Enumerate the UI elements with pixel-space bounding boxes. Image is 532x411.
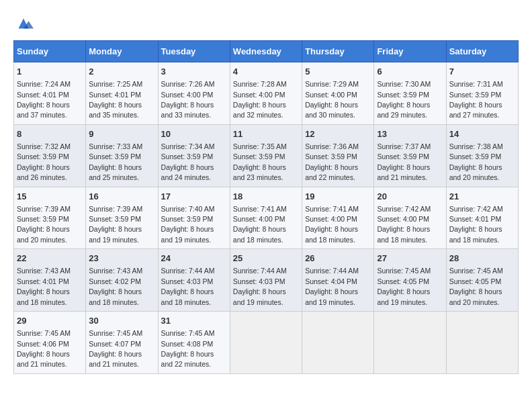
calendar-cell: 2 Sunrise: 7:25 AMSunset: 4:01 PMDayligh… (86, 62, 158, 125)
day-info: Sunrise: 7:44 AMSunset: 4:04 PMDaylight:… (305, 267, 359, 306)
day-info: Sunrise: 7:39 AMSunset: 3:59 PMDaylight:… (89, 205, 142, 244)
column-header-thursday: Thursday (302, 41, 374, 62)
calendar-cell: 18 Sunrise: 7:41 AMSunset: 4:00 PMDaylig… (230, 187, 302, 249)
day-info: Sunrise: 7:44 AMSunset: 4:03 PMDaylight:… (233, 267, 287, 306)
day-number: 20 (377, 191, 443, 203)
calendar-cell: 29 Sunrise: 7:45 AMSunset: 4:06 PMDaylig… (14, 312, 86, 374)
calendar-week-row: 15 Sunrise: 7:39 AMSunset: 3:59 PMDaylig… (14, 187, 519, 249)
calendar-cell: 26 Sunrise: 7:44 AMSunset: 4:04 PMDaylig… (302, 249, 374, 312)
day-info: Sunrise: 7:36 AMSunset: 3:59 PMDaylight:… (305, 142, 359, 181)
calendar-cell: 25 Sunrise: 7:44 AMSunset: 4:03 PMDaylig… (230, 249, 302, 312)
day-number: 14 (449, 128, 515, 140)
calendar-cell: 3 Sunrise: 7:26 AMSunset: 4:00 PMDayligh… (158, 62, 230, 125)
page-header (13, 13, 519, 34)
day-number: 27 (377, 253, 443, 265)
day-info: Sunrise: 7:40 AMSunset: 3:59 PMDaylight:… (161, 205, 215, 244)
day-info: Sunrise: 7:32 AMSunset: 3:59 PMDaylight:… (17, 142, 71, 181)
day-number: 8 (17, 128, 83, 140)
day-info: Sunrise: 7:37 AMSunset: 3:59 PMDaylight:… (377, 142, 431, 181)
calendar-cell: 20 Sunrise: 7:42 AMSunset: 4:00 PMDaylig… (374, 187, 446, 249)
calendar-cell: 5 Sunrise: 7:29 AMSunset: 4:00 PMDayligh… (302, 62, 374, 125)
day-number: 29 (17, 315, 83, 327)
calendar-table: SundayMondayTuesdayWednesdayThursdayFrid… (13, 40, 519, 374)
day-number: 15 (17, 191, 83, 203)
calendar-cell (446, 312, 518, 374)
day-info: Sunrise: 7:34 AMSunset: 3:59 PMDaylight:… (161, 142, 215, 181)
day-info: Sunrise: 7:30 AMSunset: 3:59 PMDaylight:… (377, 80, 431, 119)
day-info: Sunrise: 7:26 AMSunset: 4:00 PMDaylight:… (161, 80, 215, 119)
column-header-sunday: Sunday (14, 41, 86, 62)
day-number: 24 (161, 253, 227, 265)
day-info: Sunrise: 7:45 AMSunset: 4:05 PMDaylight:… (377, 267, 431, 306)
day-number: 16 (89, 191, 154, 203)
day-info: Sunrise: 7:45 AMSunset: 4:06 PMDaylight:… (17, 329, 71, 368)
day-info: Sunrise: 7:28 AMSunset: 4:00 PMDaylight:… (233, 80, 287, 119)
day-number: 23 (89, 253, 154, 265)
calendar-cell: 15 Sunrise: 7:39 AMSunset: 3:59 PMDaylig… (14, 187, 86, 249)
day-info: Sunrise: 7:25 AMSunset: 4:01 PMDaylight:… (89, 80, 142, 119)
day-number: 2 (89, 66, 154, 78)
calendar-cell: 30 Sunrise: 7:45 AMSunset: 4:07 PMDaylig… (86, 312, 158, 374)
day-info: Sunrise: 7:38 AMSunset: 3:59 PMDaylight:… (449, 142, 503, 181)
calendar-cell: 11 Sunrise: 7:35 AMSunset: 3:59 PMDaylig… (230, 124, 302, 187)
day-number: 12 (305, 128, 371, 140)
day-number: 19 (305, 191, 371, 203)
calendar-cell (374, 312, 446, 374)
day-number: 1 (17, 66, 83, 78)
day-number: 7 (449, 66, 515, 78)
calendar-cell: 16 Sunrise: 7:39 AMSunset: 3:59 PMDaylig… (86, 187, 158, 249)
calendar-cell: 1 Sunrise: 7:24 AMSunset: 4:01 PMDayligh… (14, 62, 86, 125)
day-number: 4 (233, 66, 299, 78)
day-info: Sunrise: 7:45 AMSunset: 4:05 PMDaylight:… (449, 267, 503, 306)
day-number: 22 (17, 253, 83, 265)
calendar-cell: 13 Sunrise: 7:37 AMSunset: 3:59 PMDaylig… (374, 124, 446, 187)
day-info: Sunrise: 7:33 AMSunset: 3:59 PMDaylight:… (89, 142, 142, 181)
day-number: 25 (233, 253, 299, 265)
calendar-cell: 28 Sunrise: 7:45 AMSunset: 4:05 PMDaylig… (446, 249, 518, 312)
calendar-cell: 27 Sunrise: 7:45 AMSunset: 4:05 PMDaylig… (374, 249, 446, 312)
day-info: Sunrise: 7:31 AMSunset: 3:59 PMDaylight:… (449, 80, 503, 119)
day-number: 18 (233, 191, 299, 203)
calendar-cell: 12 Sunrise: 7:36 AMSunset: 3:59 PMDaylig… (302, 124, 374, 187)
calendar-cell: 6 Sunrise: 7:30 AMSunset: 3:59 PMDayligh… (374, 62, 446, 125)
day-number: 5 (305, 66, 371, 78)
calendar-cell (302, 312, 374, 374)
calendar-cell: 4 Sunrise: 7:28 AMSunset: 4:00 PMDayligh… (230, 62, 302, 125)
calendar-week-row: 8 Sunrise: 7:32 AMSunset: 3:59 PMDayligh… (14, 124, 519, 187)
day-info: Sunrise: 7:42 AMSunset: 4:00 PMDaylight:… (377, 205, 431, 244)
calendar-cell: 23 Sunrise: 7:43 AMSunset: 4:02 PMDaylig… (86, 249, 158, 312)
day-number: 13 (377, 128, 443, 140)
day-number: 3 (161, 66, 227, 78)
calendar-cell: 14 Sunrise: 7:38 AMSunset: 3:59 PMDaylig… (446, 124, 518, 187)
day-number: 30 (89, 315, 154, 327)
column-header-wednesday: Wednesday (230, 41, 302, 62)
calendar-cell: 7 Sunrise: 7:31 AMSunset: 3:59 PMDayligh… (446, 62, 518, 125)
day-info: Sunrise: 7:43 AMSunset: 4:01 PMDaylight:… (17, 267, 71, 306)
day-number: 10 (161, 128, 227, 140)
day-info: Sunrise: 7:45 AMSunset: 4:08 PMDaylight:… (161, 329, 215, 368)
day-info: Sunrise: 7:42 AMSunset: 4:01 PMDaylight:… (449, 205, 503, 244)
calendar-cell: 17 Sunrise: 7:40 AMSunset: 3:59 PMDaylig… (158, 187, 230, 249)
calendar-cell: 9 Sunrise: 7:33 AMSunset: 3:59 PMDayligh… (86, 124, 158, 187)
column-header-monday: Monday (86, 41, 158, 62)
column-header-tuesday: Tuesday (158, 41, 230, 62)
calendar-week-row: 1 Sunrise: 7:24 AMSunset: 4:01 PMDayligh… (14, 62, 519, 125)
day-info: Sunrise: 7:35 AMSunset: 3:59 PMDaylight:… (233, 142, 287, 181)
column-header-friday: Friday (374, 41, 446, 62)
calendar-cell: 22 Sunrise: 7:43 AMSunset: 4:01 PMDaylig… (14, 249, 86, 312)
day-info: Sunrise: 7:45 AMSunset: 4:07 PMDaylight:… (89, 329, 142, 368)
calendar-week-row: 29 Sunrise: 7:45 AMSunset: 4:06 PMDaylig… (14, 312, 519, 374)
day-number: 6 (377, 66, 443, 78)
day-number: 17 (161, 191, 227, 203)
calendar-cell (230, 312, 302, 374)
day-number: 31 (161, 315, 227, 327)
calendar-cell: 31 Sunrise: 7:45 AMSunset: 4:08 PMDaylig… (158, 312, 230, 374)
calendar-week-row: 22 Sunrise: 7:43 AMSunset: 4:01 PMDaylig… (14, 249, 519, 312)
day-number: 21 (449, 191, 515, 203)
calendar-cell: 8 Sunrise: 7:32 AMSunset: 3:59 PMDayligh… (14, 124, 86, 187)
day-number: 11 (233, 128, 299, 140)
day-info: Sunrise: 7:39 AMSunset: 3:59 PMDaylight:… (17, 205, 71, 244)
day-number: 28 (449, 253, 515, 265)
calendar-cell: 24 Sunrise: 7:44 AMSunset: 4:03 PMDaylig… (158, 249, 230, 312)
day-info: Sunrise: 7:44 AMSunset: 4:03 PMDaylight:… (161, 267, 215, 306)
